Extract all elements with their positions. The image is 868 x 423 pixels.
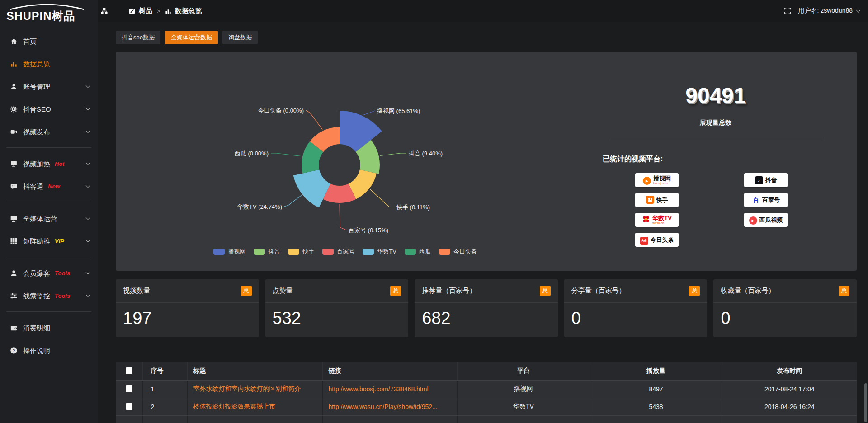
sidebar-item-grid[interactable]: 矩阵助推VIP — [0, 230, 98, 252]
sidebar-item-user[interactable]: 账号管理 — [0, 75, 98, 98]
video-title-link[interactable]: 楼体投影灯投影效果震撼上市 — [193, 403, 276, 410]
platform-badge-baijia[interactable]: 百百家号 — [744, 193, 788, 207]
legend-label: 今日头条 — [453, 248, 477, 256]
row-link-cell: http://www.boosj.com/7338468.html — [322, 380, 457, 398]
pie-label-line — [306, 110, 322, 130]
legend-item-4[interactable]: 百家号 — [322, 248, 354, 256]
legend-item-1[interactable]: 播视网 — [213, 248, 245, 256]
tab-2[interactable]: 全媒体运营数据 — [165, 31, 218, 44]
pie-chart-svg: 播视网 (65.61%)抖音 (9.40%)快手 (0.11%)百家号 (0.1… — [116, 52, 575, 271]
pie-label: 快手 (0.11%) — [396, 204, 430, 211]
platform-name: 快手 — [656, 197, 668, 203]
sidebar-item-gear[interactable]: 抖音SEO — [0, 98, 98, 120]
sidebar-item-publish[interactable]: 视频发布 — [0, 120, 98, 143]
platform-badge-kuaishou[interactable]: 快手 — [635, 193, 679, 207]
video-title-link[interactable]: 室外水纹灯和室内水纹灯的区别和简介 — [193, 385, 301, 392]
logo[interactable]: SHUPIN树品 — [0, 0, 98, 29]
video-url-link[interactable]: http://www.boosj.com/7338468.html — [329, 385, 429, 393]
sidebar-item-sliders[interactable]: 线索监控Tools — [0, 284, 98, 307]
sidebar-item-tag: Tools — [55, 270, 70, 277]
platform-name: 西瓜视频 — [760, 217, 783, 223]
row-checkbox-cell — [116, 380, 142, 398]
pie-label: 今日头条 (0.00%) — [258, 107, 304, 114]
total-badge[interactable]: 总 — [689, 286, 700, 296]
fullscreen-icon[interactable] — [784, 7, 791, 14]
pie-label: 华数TV (24.74%) — [237, 203, 282, 210]
total-badge[interactable]: 总 — [839, 286, 849, 296]
row-platform: 华数TV — [457, 398, 590, 415]
platform-badge-toutiao[interactable]: 头条今日头条 — [635, 233, 679, 247]
sidebar-item-label: 视频加热 — [23, 160, 50, 167]
row-link-cell: http://www.wasu.cn/Play/show/id/952... — [322, 398, 457, 415]
sidebar-item-chat[interactable]: 抖客通New — [0, 175, 98, 197]
total-impressions-label: 展现量总数 — [575, 119, 857, 127]
stat-card-5: 收藏量（百家号）总0 — [713, 279, 857, 337]
sidebar-item-label: 矩阵助推 — [23, 238, 50, 244]
sidebar-item-label: 全媒体运营 — [23, 215, 57, 222]
row-plays: 5438 — [590, 398, 722, 415]
chart-mini-icon — [165, 8, 172, 14]
stat-card-value: 682 — [415, 303, 558, 334]
tab-3[interactable]: 询盘数据 — [222, 31, 258, 44]
platform-sub: wasu.cn — [652, 221, 664, 225]
sidebar-divider — [6, 202, 91, 202]
sidebar-item-wallet[interactable]: 消费明细 — [0, 316, 98, 339]
total-badge[interactable]: 总 — [540, 286, 551, 296]
platform-badge-boosj[interactable]: ▶播视网boosj.com — [635, 173, 679, 187]
wallet-icon — [10, 324, 18, 332]
col-index: 序号 — [142, 362, 187, 380]
sitemap-icon[interactable] — [100, 7, 108, 15]
sidebar-item-question[interactable]: ?操作说明 — [0, 339, 98, 362]
page-scrollbar[interactable] — [864, 383, 867, 422]
sidebar-item-monitor[interactable]: 全媒体运营 — [0, 207, 98, 230]
total-badge[interactable]: 总 — [241, 286, 252, 296]
pie-slice-5[interactable] — [293, 169, 330, 207]
video-url-link[interactable]: http://www.wasu.cn/Play/show/id/952... — [329, 403, 438, 410]
sidebar-item-bars[interactable]: 数据总览 — [0, 52, 98, 75]
platform-badge-xigua[interactable]: ▶西瓜视频 — [744, 213, 788, 227]
username[interactable]: 用户名: zswodun88 — [798, 7, 853, 15]
content: 抖音seo数据全媒体运营数据询盘数据 播视网 (65.61%)抖音 (9.40%… — [98, 22, 868, 423]
sidebar-item-tag: Tools — [55, 292, 70, 299]
legend-swatch — [439, 249, 450, 255]
sliders-icon — [10, 292, 18, 300]
sidebar-item-member[interactable]: 会员爆客Tools — [0, 262, 98, 284]
user-icon — [10, 83, 18, 90]
platforms-title: 已统计的视频平台: — [603, 155, 857, 164]
legend-item-2[interactable]: 抖音 — [254, 248, 280, 256]
platform-badge-douyin[interactable]: ♪抖音 — [744, 173, 788, 187]
sidebar-item-heat[interactable]: 视频加热Hot — [0, 152, 98, 175]
logo-text: SHUPIN树品 — [6, 10, 98, 22]
row-index: 1 — [142, 380, 187, 398]
legend-label: 快手 — [302, 248, 314, 256]
row-checkbox[interactable] — [126, 403, 132, 410]
heat-icon — [10, 160, 18, 168]
sidebar-item-home[interactable]: 首页 — [0, 30, 98, 52]
legend-item-5[interactable]: 华数TV — [363, 248, 396, 256]
col-time: 发布时间 — [722, 362, 857, 380]
svg-text:?: ? — [12, 348, 15, 352]
chevron-down-icon — [86, 270, 90, 274]
legend-item-7[interactable]: 今日头条 — [439, 248, 477, 256]
legend-item-3[interactable]: 快手 — [288, 248, 314, 256]
breadcrumb-home[interactable]: 树品 — [139, 7, 152, 15]
pie-label: 播视网 (65.61%) — [377, 108, 420, 114]
legend-item-6[interactable]: 西瓜 — [405, 248, 431, 256]
table-row-partial — [116, 415, 857, 423]
pie-label-line — [363, 111, 375, 115]
pie-slice-1[interactable] — [340, 111, 382, 152]
row-title-cell: 楼体投影灯投影效果震撼上市 — [187, 398, 322, 415]
sidebar-divider — [6, 257, 91, 257]
stat-card-1: 视频数量总197 — [116, 279, 259, 337]
legend-swatch — [213, 249, 225, 255]
breadcrumb-current[interactable]: 数据总览 — [175, 7, 202, 15]
tab-1[interactable]: 抖音seo数据 — [116, 31, 160, 44]
total-badge[interactable]: 总 — [390, 286, 401, 296]
platform-badge-wasu[interactable]: 华数TVwasu.cn — [635, 213, 679, 227]
row-checkbox[interactable] — [126, 385, 132, 392]
select-all-checkbox[interactable] — [126, 367, 132, 374]
sidebar-item-label: 首页 — [23, 38, 37, 45]
stat-card-4: 分享量（百家号）总0 — [564, 279, 708, 337]
chat-icon — [10, 183, 18, 190]
stat-card-value: 197 — [116, 303, 259, 334]
